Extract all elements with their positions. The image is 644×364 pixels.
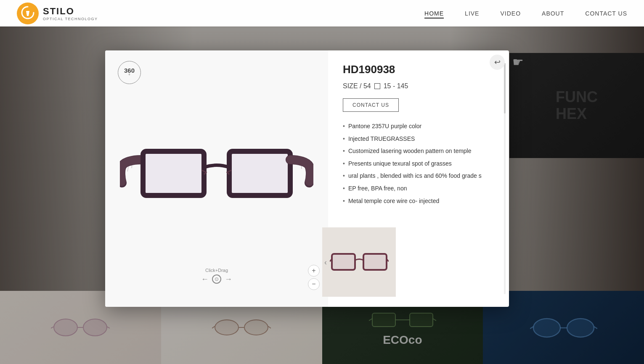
feature-item-4: • Presents unique texural spot of grasse… — [343, 160, 496, 168]
nav-contact-link[interactable]: CONTACT US — [585, 10, 627, 17]
feature-text-6: EP free, BPA free, non — [348, 185, 407, 193]
navbar: S STILO OPTICAL TECHNOLOGY HOME LIVE VID… — [0, 0, 644, 26]
brand-sub: OPTICAL TECHNOLOGY — [43, 17, 98, 21]
scrollbar-thumb[interactable] — [504, 63, 506, 113]
feature-item-3: • Customized lasering wooden pattern on … — [343, 147, 496, 156]
360-label: 360 — [124, 67, 135, 74]
nav-live[interactable]: LIVE — [465, 10, 479, 17]
logo-text: STILO OPTICAL TECHNOLOGY — [43, 6, 98, 21]
drag-circle: ⊙ — [212, 274, 221, 284]
feature-text-5: ural plants , blended with ics and 60% f… — [348, 172, 482, 180]
size-value: 15 - 145 — [384, 82, 408, 90]
feature-text-4: Presents unique texural spot of grasses — [348, 160, 452, 168]
bullet-icon-4: • — [343, 160, 345, 168]
size-label: SIZE / 54 — [343, 82, 371, 90]
drag-arrows: ← ⊙ → — [201, 274, 232, 284]
logo[interactable]: S STILO OPTICAL TECHNOLOGY — [17, 3, 98, 24]
feature-item-1: • Pantone 2357U purple color — [343, 122, 496, 131]
size-square-icon — [374, 83, 380, 89]
feature-text-3: Customized lasering wooden pattern on te… — [348, 147, 472, 156]
bullet-icon-5: • — [343, 172, 345, 180]
nav-about-link[interactable]: ABOUT — [542, 10, 564, 17]
bullet-icon-7: • — [343, 197, 345, 206]
svg-rect-31 — [363, 254, 387, 270]
360-badge: 360 ° — [118, 61, 141, 84]
logo-icon: S — [17, 3, 39, 24]
contact-us-button[interactable]: CONTACT US — [343, 98, 399, 112]
drag-label-text: Click+Drag — [205, 268, 228, 273]
bullet-icon-1: • — [343, 122, 345, 131]
zoom-in-button[interactable]: + — [308, 265, 320, 277]
nav-video[interactable]: VIDEO — [500, 10, 521, 17]
nav-video-link[interactable]: VIDEO — [500, 10, 521, 17]
nav-home-link[interactable]: HOME — [424, 10, 444, 18]
drag-hint: Click+Drag ← ⊙ → — [201, 268, 232, 284]
glasses-main-image[interactable] — [120, 105, 313, 252]
back-button[interactable]: ↩ — [490, 55, 505, 70]
svg-rect-23 — [229, 151, 290, 195]
bullet-icon-6: • — [343, 185, 345, 193]
thumb-nav-prev[interactable]: ‹ — [324, 258, 327, 266]
nav-links: HOME LIVE VIDEO ABOUT CONTACT US — [424, 10, 627, 17]
zoom-controls: + − — [308, 265, 320, 290]
nav-contact[interactable]: CONTACT US — [585, 10, 627, 17]
nav-about[interactable]: ABOUT — [542, 10, 564, 17]
left-arrow-icon: ← — [201, 275, 209, 284]
thumbnail-popup: ‹ — [322, 227, 396, 297]
product-size: SIZE / 54 15 - 145 — [343, 82, 496, 90]
feature-text-7: Metal temple core wire co- injected — [348, 197, 439, 206]
product-id: HD190938 — [343, 63, 496, 76]
svg-rect-30 — [332, 254, 355, 270]
features-list: • Pantone 2357U purple color • Injected … — [343, 122, 496, 205]
brand-name: STILO — [43, 6, 98, 17]
cursor-icon: ⊙ — [215, 276, 219, 282]
viewer-area: 360 ° — [105, 50, 328, 307]
bullet-icon-3: • — [343, 147, 345, 156]
svg-text:S: S — [27, 11, 29, 15]
nav-live-link[interactable]: LIVE — [465, 10, 479, 17]
glasses-svg — [120, 105, 313, 240]
feature-item-6: • EP free, BPA free, non — [343, 185, 496, 193]
feature-item-5: • ural plants , blended with ics and 60%… — [343, 172, 496, 180]
feature-text-2: Injected TRUEGRASSES — [348, 135, 415, 143]
product-modal: ↩ 360 ° — [105, 50, 509, 307]
360-deg-symbol: ° — [129, 74, 130, 78]
bullet-icon-2: • — [343, 135, 345, 143]
feature-text-1: Pantone 2357U purple color — [348, 122, 421, 131]
svg-rect-22 — [143, 151, 204, 195]
right-arrow-icon: → — [225, 275, 232, 284]
scrollbar-track — [504, 63, 506, 294]
feature-item-7: • Metal temple core wire co- injected — [343, 197, 496, 206]
zoom-out-button[interactable]: − — [308, 278, 320, 290]
thumb-popup-glasses — [330, 245, 389, 279]
nav-home[interactable]: HOME — [424, 10, 444, 17]
feature-item-2: • Injected TRUEGRASSES — [343, 135, 496, 143]
